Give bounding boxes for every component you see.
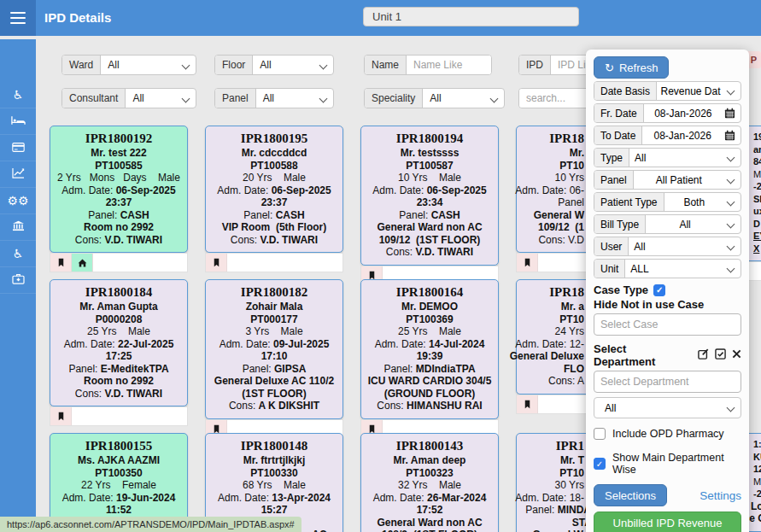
chevron-down-icon <box>727 265 735 273</box>
bookmark-button[interactable] <box>206 254 227 272</box>
panel-filter-bill-type[interactable]: Bill TypeAll <box>594 214 741 234</box>
floor-filter[interactable]: Floor All <box>214 55 334 75</box>
card-line: Panel: GIPSA <box>208 363 340 376</box>
calendar-icon[interactable] <box>724 104 735 122</box>
speciality-filter[interactable]: Speciality All <box>364 88 505 108</box>
card-line: IPR1800195 <box>208 131 340 147</box>
panel-filter-panel[interactable]: PanelAll Patient <box>594 170 741 190</box>
card-line: Mr. Aman Gupta <box>53 301 184 313</box>
card-line: Adm. Date: 13-Apr-2024 15:27 <box>208 492 340 517</box>
menu-button[interactable] <box>0 0 36 36</box>
ward-filter[interactable]: Ward All <box>61 55 196 75</box>
select-case-input[interactable] <box>594 313 741 336</box>
card-line: 24 Yrs <box>453 325 584 338</box>
field-label: Patient Type <box>594 193 664 211</box>
card-line: General Ward non AC <box>364 517 495 529</box>
department-all-select[interactable]: All <box>594 397 741 418</box>
ward-label: Ward <box>62 56 101 74</box>
checkmark-icon: ✓ <box>656 285 663 295</box>
sidebar-item-medical[interactable] <box>0 267 36 294</box>
panel-label: Panel <box>215 89 256 108</box>
card-line: Adm. Date: 06-Sep-2025 23:37 <box>53 184 184 209</box>
card-line: 68 Yrs Male <box>208 479 340 492</box>
patient-card[interactable]: IPR1800192Mr. test 222PT1005852 Yrs Mons… <box>50 126 188 272</box>
bookmark-button[interactable] <box>50 254 72 272</box>
bookmark-button[interactable] <box>50 407 72 425</box>
chevron-down-icon <box>182 61 190 69</box>
filter-panel: ↻ Refresh Date BasisRevenue DatFr. Date0… <box>586 50 749 532</box>
sidebar-item-accessibility[interactable]: ♿ <box>0 241 36 267</box>
home-button[interactable] <box>72 254 93 272</box>
calendar-icon[interactable] <box>724 126 735 144</box>
panel-filter-to-date[interactable]: To Date08-Jan-2026 <box>594 126 741 145</box>
sidebar-item-institution[interactable] <box>0 214 36 241</box>
card-line: Adm. Date: 19-Jun-2024 11:52 <box>53 492 184 517</box>
card-line: P0000208 <box>53 313 184 326</box>
unbilled-ipd-revenue-report-button[interactable]: Unbilled IPD Revenue Report <box>594 512 741 532</box>
card-line: Room no 2992 <box>53 375 184 388</box>
settings-link[interactable]: Settings <box>700 489 741 502</box>
field-label: To Date <box>594 126 642 144</box>
case-type-checkbox[interactable]: ✓ <box>653 284 665 296</box>
card-line: 108/2 (1ST FLOOR) <box>364 529 495 532</box>
card-line: Mr. T <box>453 454 584 467</box>
field-value: Both <box>664 193 725 211</box>
card-line: PT10 <box>453 313 584 326</box>
refresh-button[interactable]: ↻ Refresh <box>594 56 669 79</box>
panel-filter-patient-type[interactable]: Patient TypeBoth <box>594 192 741 212</box>
bank-icon <box>12 219 25 235</box>
select-department-input[interactable] <box>594 371 741 393</box>
card-line: IPR1 <box>453 438 584 454</box>
sidebar-item-wheelchair[interactable]: ♿ <box>0 82 36 108</box>
bookmark-button[interactable] <box>517 395 538 413</box>
card-line: Cons: A K DIKSHIT <box>208 400 340 412</box>
edit-department-icon[interactable] <box>698 348 709 362</box>
sidebar-item-bed[interactable] <box>0 108 36 135</box>
panel-filter-groups: Date BasisRevenue DatFr. Date08-Jan-2026… <box>594 81 741 278</box>
card-line: Panel: E-MeditekTPA <box>53 363 184 376</box>
patient-card[interactable]: IPR1800184Mr. Aman GuptaP000020825 Yrs M… <box>50 279 188 426</box>
field-label: Panel <box>594 171 634 189</box>
chart-line-icon <box>12 167 25 182</box>
card-line: Mr. <box>453 147 584 160</box>
sidebar-nav: ♿ ⚙⚙︎ ♿ <box>0 39 36 532</box>
patient-card[interactable]: IPR1800182Zohair MalaPT0001773 Yrs MaleA… <box>205 279 343 439</box>
selections-button[interactable]: Selections <box>594 484 667 506</box>
field-value: Revenue Dat <box>657 82 724 100</box>
sidebar-item-reports[interactable] <box>0 161 36 188</box>
checkmark-icon: ✓ <box>596 459 603 469</box>
field-value: 08-Jan-2026 <box>642 126 723 144</box>
panel-filter-type[interactable]: TypeAll <box>594 148 741 167</box>
card-line: Cons: V.D. TIWARI <box>208 234 340 247</box>
check-all-department-icon[interactable] <box>715 348 726 362</box>
consultant-filter[interactable]: Consultant All <box>61 88 196 108</box>
chevron-down-icon <box>727 87 735 96</box>
card-line: Cons: HIMANSHU RAI <box>364 400 495 412</box>
bed-icon <box>11 114 26 129</box>
panel-filter-unit[interactable]: UnitALL <box>594 259 741 278</box>
card-line: PT100585 <box>53 160 184 172</box>
sidebar-item-billing[interactable] <box>0 135 36 161</box>
credit-card-icon <box>12 140 25 155</box>
card-line: VIP Room (5th Floor) <box>208 221 340 234</box>
card-line: Adm. Date: 06- <box>453 184 584 197</box>
unit-input[interactable] <box>363 7 579 26</box>
speciality-label: Speciality <box>365 89 423 108</box>
card-line: Adm. Date: 09-Jul-2025 17:10 <box>208 338 340 363</box>
bookmark-button[interactable] <box>517 254 538 272</box>
panel-filter-fr-date[interactable]: Fr. Date08-Jan-2026 <box>594 103 741 123</box>
patient-card[interactable]: IPR1800195Mr. cdccddcdPT10058820 Yrs Mal… <box>205 126 343 272</box>
name-input[interactable] <box>407 56 491 74</box>
include-opd-checkbox[interactable]: ✓ <box>594 428 606 440</box>
name-filter: Name <box>364 55 492 75</box>
panel-filter-user[interactable]: UserAll <box>594 237 741 256</box>
panel-filter-date-basis[interactable]: Date BasisRevenue Dat <box>594 81 741 101</box>
show-main-dept-checkbox[interactable]: ✓ <box>594 458 606 470</box>
clear-department-icon[interactable] <box>732 348 741 362</box>
panel-filter[interactable]: Panel All <box>214 88 334 108</box>
card-line: IPR1800192 <box>53 131 184 147</box>
sidebar-item-settings[interactable]: ⚙⚙︎ <box>0 188 36 214</box>
card-line: General Deluxe <box>453 350 584 363</box>
card-line: IPR1800148 <box>208 438 340 454</box>
include-opd-label: Include OPD Pharmacy <box>612 428 724 440</box>
